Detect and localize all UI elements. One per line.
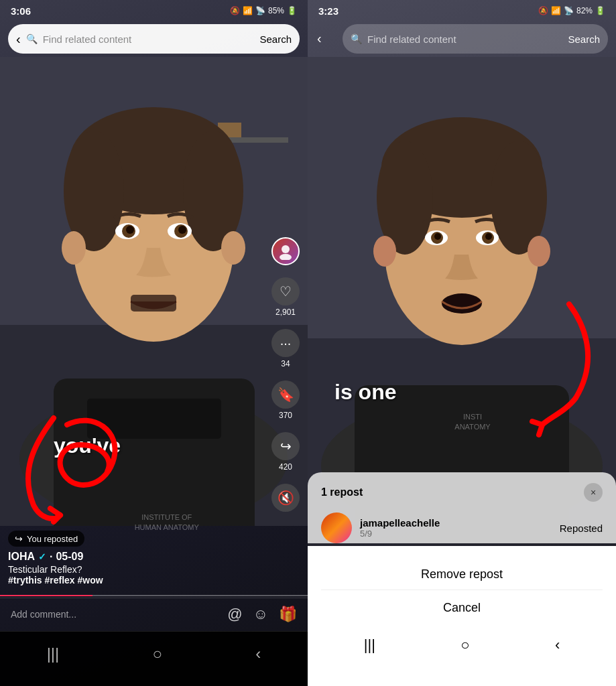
mute-icon: 🔇	[271, 484, 300, 512]
save-button[interactable]: 🔖 370	[271, 381, 300, 420]
watermark-left: INSTITUTE OF HUMAN ANATOMY	[135, 512, 199, 532]
svg-point-39	[528, 236, 550, 267]
wifi-icon: 📶	[243, 6, 253, 15]
back-button-right[interactable]: ‹	[317, 31, 322, 46]
repost-icon-small: ↪	[15, 533, 23, 544]
status-icons-right: 🔕 📶 📡 82% 🔋	[538, 6, 605, 15]
progress-bar-left[interactable]	[0, 595, 308, 596]
comment-button[interactable]: ··· 34	[271, 329, 300, 368]
user-name: jamapelleachelle	[360, 517, 552, 529]
user-avatar-image	[321, 512, 352, 543]
watermark-right: INSTI ANATOMY	[454, 412, 490, 431]
time-left: 3:06	[11, 5, 31, 17]
save-icon: 🔖	[271, 381, 300, 409]
status-icons-left: 🔕 📶 📡 85% 🔋	[230, 6, 297, 15]
video-caption-left: you've	[54, 433, 121, 458]
svg-rect-18	[131, 295, 176, 312]
battery-icon-right: 🔋	[595, 6, 605, 15]
remove-repost-button[interactable]: Remove repost	[321, 559, 603, 590]
you-reposted-text: You reposted	[27, 534, 78, 544]
user-avatar	[321, 512, 352, 543]
avatar-button[interactable]	[271, 237, 300, 265]
battery-icon-left: 🔋	[287, 6, 297, 15]
comment-bar: Add comment... @ ☺ 🎁	[0, 598, 308, 630]
home-icon-left: ○	[153, 644, 163, 663]
bottom-nav-right: ||| ○ ‹	[321, 626, 603, 673]
repost-user-row: jamapelleachelle 5/9 Reposted	[321, 512, 603, 543]
watermark-line2-right: ANATOMY	[454, 422, 490, 431]
battery-right: 82%	[576, 6, 593, 15]
svg-point-35	[434, 233, 441, 240]
search-bar-left: ‹ 🔍 Find related content Search	[8, 24, 300, 54]
nav-home-left[interactable]: ○	[153, 644, 163, 663]
wifi-icon-right: 📶	[551, 6, 561, 15]
search-bar-right: 🔍 Find related content Search	[343, 24, 608, 54]
svg-rect-7	[87, 399, 221, 439]
back-button-left[interactable]: ‹	[16, 31, 21, 47]
right-panel: 3:23 🔕 📶 📡 82% 🔋 ‹ 🔍 Find related conten…	[308, 0, 616, 686]
nav-back-left[interactable]: ‹	[255, 644, 261, 663]
svg-point-16	[126, 226, 134, 234]
search-icon-right: 🔍	[351, 33, 362, 44]
battery-left: 85%	[268, 6, 284, 15]
svg-point-22	[280, 254, 292, 260]
comment-icon: ···	[271, 329, 300, 357]
share-count: 420	[279, 462, 292, 472]
left-panel: 3:06 🔕 📶 📡 85% 🔋 ‹ 🔍 Find related conten…	[0, 0, 308, 686]
channel-name: IOHA ✓ · 05-09	[8, 551, 261, 563]
video-caption-right: is one	[334, 380, 396, 405]
svg-point-19	[62, 231, 86, 265]
svg-point-20	[221, 231, 245, 265]
user-info: jamapelleachelle 5/9	[360, 517, 552, 539]
like-count: 2,901	[275, 307, 296, 317]
watermark-line1-left: INSTITUTE OF	[135, 512, 199, 522]
menu-icon-left: |||	[47, 644, 60, 663]
search-placeholder-right: Find related content	[367, 33, 568, 45]
repost-header: 1 repost ×	[321, 483, 603, 502]
mute-button[interactable]: 🔇	[271, 484, 300, 512]
verified-icon: ✓	[38, 551, 46, 562]
repost-panel: 1 repost × jamapelleachelle 5/9 Reposted	[308, 472, 616, 543]
you-reposted-badge: ↪ You reposted	[8, 531, 84, 547]
share-icon: ↪	[271, 432, 300, 460]
status-bar-left: 3:06 🔕 📶 📡 85% 🔋	[0, 0, 308, 21]
back-icon-left: ‹	[255, 644, 261, 663]
nav-home-right[interactable]: ○	[460, 636, 469, 654]
alarm-icon-right: 🔕	[538, 6, 548, 15]
comment-count: 34	[281, 359, 290, 368]
nav-menu-left[interactable]: |||	[47, 644, 60, 663]
cancel-button[interactable]: Cancel	[321, 590, 603, 626]
signal-icon-right: 📡	[564, 6, 574, 15]
mention-icon[interactable]: @	[227, 606, 242, 623]
svg-point-38	[373, 236, 396, 267]
progress-fill-left	[0, 595, 93, 596]
search-button-right[interactable]: Search	[568, 33, 600, 45]
sidebar-icons-left: ♡ 2,901 ··· 34 🔖 370 ↪ 420 🔇	[271, 237, 300, 512]
video-info-left: ↪ You reposted IOHA ✓ · 05-09 Testicular…	[8, 531, 261, 586]
status-bar-right: 3:23 🔕 📶 📡 82% 🔋	[308, 0, 616, 21]
svg-point-17	[178, 226, 186, 234]
bottom-nav-left: ||| ○ ‹	[0, 631, 308, 686]
reposted-label: Reposted	[560, 523, 603, 534]
hashtags: #trythis #reflex #wow	[8, 575, 261, 586]
search-icon-left: 🔍	[26, 33, 38, 44]
nav-back-right[interactable]: ‹	[555, 636, 560, 654]
search-placeholder-left: Find related content	[43, 33, 260, 45]
like-button[interactable]: ♡ 2,901	[271, 277, 300, 317]
action-panel: Remove repost Cancel ||| ○ ‹	[308, 546, 616, 686]
channel-separator: ·	[50, 551, 52, 563]
svg-point-36	[485, 233, 492, 240]
repost-count-title: 1 repost	[321, 486, 363, 498]
channel-date: 05-09	[56, 551, 83, 563]
nav-menu-right[interactable]: |||	[364, 636, 375, 654]
emoji-icon[interactable]: ☺	[253, 606, 268, 623]
share-button[interactable]: ↪ 420	[271, 432, 300, 472]
comment-input[interactable]: Add comment...	[11, 609, 219, 620]
search-button-left[interactable]: Search	[259, 33, 292, 45]
save-count: 370	[279, 411, 292, 420]
close-button[interactable]: ×	[584, 483, 603, 502]
user-repost-date: 5/9	[360, 529, 552, 539]
video-title: Testicular Reflex?	[8, 564, 261, 575]
gift-icon[interactable]: 🎁	[279, 606, 297, 623]
signal-icon: 📡	[255, 6, 265, 15]
